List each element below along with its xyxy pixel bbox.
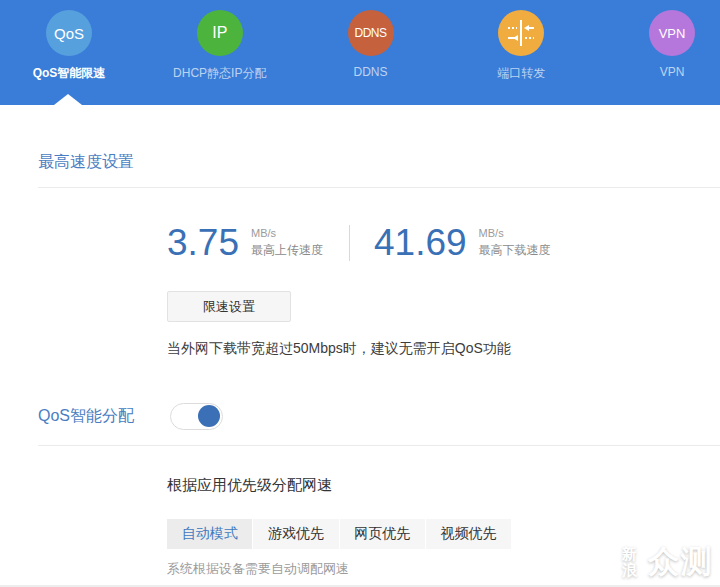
download-speed-value: 41.69 [374, 224, 467, 261]
upload-speed-value: 3.75 [167, 224, 239, 261]
nav-label-qos: QoS智能限速 [33, 65, 106, 82]
qos-allocation-toggle[interactable] [170, 403, 223, 430]
nav-item-port-forward[interactable]: 端口转发 [476, 10, 566, 105]
nav-label-ddns: DDNS [353, 65, 387, 79]
toggle-knob [198, 405, 220, 427]
vpn-icon: VPN [649, 10, 695, 56]
speed-advice-note: 当外网下载带宽超过50Mbps时，建议无需开启QoS功能 [167, 340, 720, 358]
tab-game-priority[interactable]: 游戏优先 [253, 519, 339, 549]
download-speed-label: 最高下载速度 [479, 242, 551, 259]
tab-auto-mode[interactable]: 自动模式 [167, 519, 253, 549]
max-speed-section-title: 最高速度设置 [38, 152, 720, 173]
ip-icon: IP [197, 10, 243, 56]
nav-label-port-forward: 端口转发 [497, 65, 545, 82]
port-forward-icon [498, 10, 544, 56]
upload-speed-unit: MB/s [251, 227, 323, 239]
nav-item-vpn[interactable]: VPN VPN [627, 10, 717, 105]
ddns-icon: DDNS [348, 10, 394, 56]
speed-limit-settings-button[interactable]: 限速设置 [167, 291, 291, 322]
download-speed-block: 41.69 MB/s 最高下载速度 [374, 224, 551, 261]
qos-allocation-title: QoS智能分配 [38, 406, 134, 427]
section-divider [38, 187, 720, 188]
download-speed-unit: MB/s [479, 227, 551, 239]
nav-label-vpn: VPN [660, 65, 685, 79]
tab-web-priority[interactable]: 网页优先 [340, 519, 426, 549]
upload-speed-block: 3.75 MB/s 最高上传速度 [167, 224, 323, 261]
tab-video-priority[interactable]: 视频优先 [426, 519, 511, 549]
nav-item-dhcp[interactable]: IP DHCP静态IP分配 [175, 10, 265, 105]
top-nav-bar: QoS QoS智能限速 IP DHCP静态IP分配 DDNS DDNS 端口转发… [0, 0, 720, 105]
nav-label-dhcp: DHCP静态IP分配 [173, 65, 266, 82]
priority-mode-tabs: 自动模式 游戏优先 网页优先 视频优先 [167, 519, 511, 549]
auto-mode-description: 系统根据设备需要自动调配网速 [167, 560, 720, 578]
speed-readout-row: 3.75 MB/s 最高上传速度 41.69 MB/s 最高下载速度 [167, 224, 720, 261]
upload-speed-label: 最高上传速度 [251, 242, 323, 259]
section-divider [38, 445, 720, 446]
active-tab-pointer [54, 94, 82, 105]
qos-icon: QoS [46, 10, 92, 56]
nav-item-ddns[interactable]: DDNS DDNS [326, 10, 416, 105]
nav-item-qos[interactable]: QoS QoS智能限速 [24, 10, 114, 105]
qos-allocation-row: QoS智能分配 [38, 403, 720, 430]
priority-subtitle: 根据应用优先级分配网速 [167, 476, 720, 495]
speed-separator [349, 225, 350, 261]
